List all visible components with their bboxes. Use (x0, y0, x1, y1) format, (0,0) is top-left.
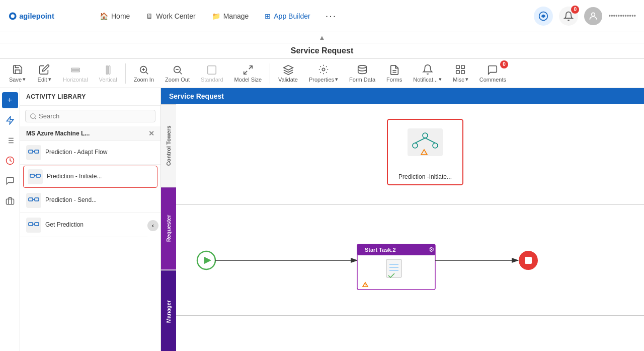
notifications-label: Notificat... (413, 77, 438, 83)
svg-point-36 (31, 113, 35, 118)
vertical-button[interactable]: Vertical (94, 61, 122, 86)
toolbar: Save ▾ Edit ▾ Horizontal Vertical (0, 59, 644, 88)
activity-library-panel: ACTIVITY LIBRARY MS Azure Machine L... ✕ (20, 88, 161, 351)
toolbar-divider-2 (270, 63, 270, 84)
home-icon: 🏠 (100, 12, 108, 20)
username: •••••••••••• (608, 12, 636, 20)
sidebar-icon-chat[interactable] (2, 173, 18, 189)
svg-rect-58 (386, 259, 401, 277)
zoom-out-button[interactable]: Zoom Out (160, 61, 195, 86)
collapse-bar[interactable]: ▲ (0, 32, 644, 43)
svg-rect-6 (71, 70, 80, 72)
ai-icon-button[interactable] (534, 7, 553, 26)
lane-labels: Control Towers Requester Manager (161, 104, 176, 351)
search-box[interactable] (25, 110, 155, 122)
lane-label-requester: Requester (161, 187, 176, 269)
vertical-label: Vertical (99, 77, 117, 83)
sidebar-icon-id[interactable] (2, 193, 18, 209)
save-button[interactable]: Save ▾ (4, 61, 31, 86)
svg-point-1 (11, 14, 15, 18)
nav-workcenter-label: Work Center (156, 12, 195, 20)
standard-label: Standard (201, 77, 223, 83)
svg-line-37 (35, 117, 36, 119)
notifications-toolbar-button[interactable]: Notificat... ▾ (408, 61, 447, 86)
svg-marker-27 (7, 117, 14, 124)
nav-home[interactable]: 🏠 Home (93, 8, 137, 24)
edit-button[interactable]: Edit ▾ (32, 61, 57, 86)
collapse-sidebar-button[interactable]: ‹ (147, 220, 158, 231)
notifications-badge: 0 (571, 6, 579, 14)
appbuilder-icon: ⊞ (265, 12, 271, 20)
sidebar-icon-clock[interactable] (2, 153, 18, 169)
nav-items: 🏠 Home 🖥 Work Center 📁 Manage ⊞ App Buil… (93, 6, 343, 26)
avatar[interactable] (584, 7, 602, 25)
svg-line-18 (244, 71, 247, 74)
sidebar-icon-column: + (0, 88, 20, 351)
svg-rect-24 (461, 65, 464, 68)
comments-badge: 0 (500, 60, 508, 68)
svg-rect-38 (29, 150, 33, 153)
svg-rect-45 (35, 198, 39, 201)
validate-button[interactable]: Validate (273, 61, 303, 86)
validate-label: Validate (278, 77, 298, 83)
nav-more-button[interactable]: ··· (319, 6, 343, 26)
properties-button[interactable]: Properties ▾ (304, 61, 343, 86)
svg-rect-25 (461, 71, 464, 74)
misc-button[interactable]: Misc ▾ (448, 61, 473, 86)
top-navigation: agilepoint 🏠 Home 🖥 Work Center 📁 Manage… (0, 0, 644, 32)
manage-icon: 📁 (212, 12, 220, 20)
item-icon-getpred (26, 218, 41, 233)
svg-rect-42 (36, 174, 40, 177)
svg-rect-39 (35, 150, 39, 153)
item-icon-initiate (28, 169, 43, 184)
notifications-button[interactable]: 0 (559, 7, 578, 26)
search-input[interactable] (39, 112, 151, 120)
list-item[interactable]: Prediction - Adapt Flow (20, 141, 160, 165)
nav-right: 0 •••••••••••• (534, 7, 636, 26)
svg-rect-48 (35, 223, 39, 226)
task-gear-icon[interactable]: ⚙ (429, 246, 435, 253)
forms-button[interactable]: Forms (381, 61, 407, 86)
close-category-button[interactable]: ✕ (148, 129, 154, 137)
nav-workcenter[interactable]: 🖥 Work Center (139, 8, 202, 24)
item-label-getprediction: Get Prediction (45, 221, 84, 229)
comments-label: Comments (479, 77, 506, 83)
task-header-label: Start Task.2 (365, 247, 396, 253)
properties-label: Properties (309, 77, 334, 83)
form-data-button[interactable]: Form Data (344, 61, 380, 86)
svg-point-19 (322, 68, 325, 71)
sidebar-icon-add[interactable]: + (2, 92, 18, 108)
comments-button[interactable]: 0 Comments (474, 61, 511, 86)
toolbar-divider-1 (125, 63, 126, 84)
save-label: Save (9, 77, 22, 83)
standard-button[interactable]: Standard (196, 61, 228, 86)
zoom-in-button[interactable]: Zoom In (129, 61, 159, 86)
svg-point-20 (358, 65, 367, 68)
nav-manage[interactable]: 📁 Manage (205, 8, 256, 24)
collapse-icon: ▲ (319, 34, 326, 41)
svg-rect-44 (29, 198, 33, 201)
list-item[interactable]: Get Prediction (20, 214, 147, 237)
forms-label: Forms (386, 77, 402, 83)
activity-library-header: ACTIVITY LIBRARY (20, 88, 160, 106)
nav-appbuilder[interactable]: ⊞ App Builder (258, 8, 317, 24)
horizontal-button[interactable]: Horizontal (58, 61, 93, 86)
horizontal-label: Horizontal (63, 77, 88, 83)
lanes-content: ! Prediction -Initiate... Start Task.2 ⚙ (176, 104, 644, 351)
model-size-button[interactable]: Model Size (229, 61, 267, 86)
svg-rect-23 (456, 65, 459, 68)
category-title: MS Azure Machine L... (26, 130, 90, 137)
page-title: Service Request (0, 43, 644, 59)
zoom-in-label: Zoom In (134, 77, 154, 83)
left-panel: + (0, 88, 161, 351)
sidebar-icon-list[interactable] (2, 132, 18, 149)
canvas-area: Service Request Control Towers Requester… (161, 88, 644, 351)
svg-text:agilepoint: agilepoint (19, 12, 54, 20)
list-item[interactable]: Prediction - Send... (20, 189, 160, 213)
nav-home-label: Home (111, 12, 130, 20)
svg-point-4 (592, 13, 595, 16)
item-icon-send (26, 193, 41, 208)
sidebar-icon-process[interactable] (2, 112, 18, 128)
logo[interactable]: agilepoint (8, 7, 68, 25)
list-item-selected[interactable]: Prediction - Initiate... (23, 166, 157, 188)
